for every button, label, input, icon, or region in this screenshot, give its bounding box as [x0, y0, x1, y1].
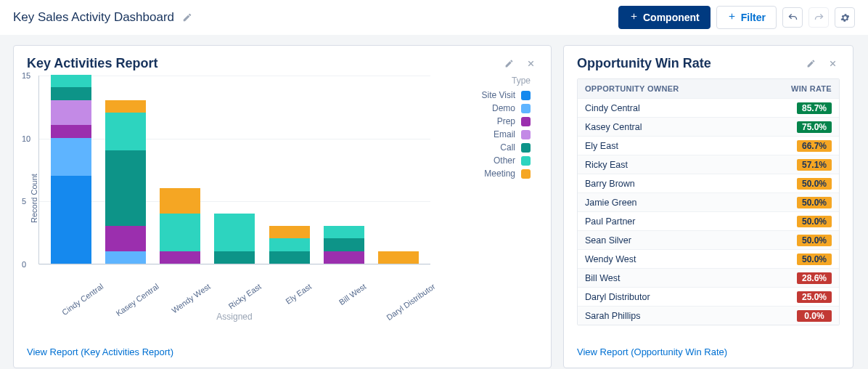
owner-cell: Wendy West [585, 254, 781, 264]
legend-label: Site Visit [482, 90, 515, 100]
table-row[interactable]: Cindy Central85.7% [578, 98, 839, 117]
gridline [39, 264, 430, 265]
stacked-bar[interactable] [324, 226, 364, 264]
rate-cell: 57.1% [781, 159, 832, 171]
owner-cell: Ely East [585, 141, 781, 151]
legend-item[interactable]: Prep [443, 116, 531, 126]
bar-segment-prep [324, 251, 364, 264]
gear-icon [840, 12, 851, 23]
edit-title-icon[interactable] [180, 10, 195, 25]
close-widget-icon[interactable] [825, 57, 840, 71]
key-activities-card: Key Activities Report Record Count 05101… [13, 45, 552, 368]
add-component-button[interactable]: Component [618, 6, 711, 29]
settings-button[interactable] [835, 7, 855, 28]
edit-widget-icon[interactable] [501, 57, 516, 71]
legend-swatch [521, 130, 531, 139]
bar-slot [98, 100, 152, 264]
rate-cell: 75.0% [781, 121, 832, 133]
close-widget-icon[interactable] [523, 57, 538, 71]
win-rate-badge: 75.0% [797, 121, 832, 133]
stacked-bar[interactable] [160, 188, 200, 264]
rate-cell: 25.0% [781, 291, 832, 303]
bar-segment-other [160, 214, 200, 251]
add-component-label: Component [643, 12, 700, 23]
bar-slot [153, 188, 208, 264]
view-report-link-activities[interactable]: View Report (Key Activities Report) [27, 346, 173, 357]
stacked-bar[interactable] [105, 100, 146, 264]
bar-segment-prep [160, 251, 200, 264]
table-row[interactable]: Sarah Phillips0.0% [578, 306, 839, 325]
table-row[interactable]: Bill West28.6% [578, 268, 839, 287]
add-filter-button[interactable]: Filter [716, 6, 777, 29]
redo-button[interactable] [808, 7, 829, 28]
owner-cell: Barry Brown [585, 179, 781, 189]
owner-cell: Sean Silver [585, 235, 781, 246]
dashboard-header: Key Sales Activity Dashboard Component F… [0, 0, 868, 35]
chart-legend: Type Site VisitDemoPrepEmailCallOtherMee… [443, 76, 531, 322]
win-rate-badge: 50.0% [797, 235, 832, 246]
bar-segment-meeting [160, 188, 200, 214]
bar-slot [208, 214, 262, 264]
rate-cell: 0.0% [781, 310, 832, 322]
owner-cell: Sarah Phillips [585, 311, 781, 321]
bar-segment-prep [105, 226, 146, 251]
view-report-link-winrate[interactable]: View Report (Opportunity Win Rate) [577, 346, 727, 357]
legend-swatch [521, 169, 531, 179]
win-rate-badge: 28.6% [797, 272, 832, 284]
win-rate-title: Opportunity Win Rate [577, 56, 711, 71]
redo-icon [814, 12, 824, 23]
legend-swatch [521, 156, 531, 166]
owner-cell: Cindy Central [585, 103, 781, 113]
win-rate-badge: 57.1% [797, 159, 832, 171]
legend-item[interactable]: Demo [443, 103, 531, 113]
plus-icon [727, 12, 737, 23]
legend-label: Meeting [484, 169, 515, 179]
win-rate-card: Opportunity Win Rate OPPORTUNITY OWNER W… [563, 45, 853, 368]
stacked-bar[interactable] [269, 226, 310, 264]
legend-item[interactable]: Email [443, 129, 531, 139]
legend-item[interactable]: Site Visit [443, 90, 531, 100]
add-filter-label: Filter [741, 12, 766, 23]
table-row[interactable]: Barry Brown50.0% [578, 174, 839, 192]
table-row[interactable]: Wendy West50.0% [578, 249, 839, 268]
rate-cell: 50.0% [781, 254, 832, 265]
legend-item[interactable]: Other [443, 155, 531, 166]
win-rate-badge: 50.0% [797, 178, 832, 190]
table-row[interactable]: Ely East66.7% [578, 136, 839, 155]
bar-segment-meeting [269, 226, 310, 238]
x-tick-label: Bill West [337, 282, 368, 307]
stacked-bar[interactable] [214, 214, 255, 264]
legend-item[interactable]: Call [443, 142, 531, 153]
table-row[interactable]: Ricky East57.1% [578, 155, 839, 174]
win-rate-badge: 50.0% [797, 254, 832, 265]
undo-icon [787, 12, 798, 23]
bar-segment-other [105, 113, 146, 150]
bar-segment-other [269, 238, 310, 251]
bar-slot [44, 75, 98, 264]
y-tick: 5 [22, 197, 26, 206]
owner-cell: Paul Partner [585, 216, 781, 227]
undo-button[interactable] [782, 7, 803, 28]
rate-cell: 85.7% [781, 102, 832, 114]
bar-slot [316, 226, 371, 264]
stacked-bar[interactable] [51, 75, 91, 264]
dashboard-toolbar: Component Filter [618, 6, 855, 29]
legend-item[interactable]: Meeting [443, 169, 531, 179]
bar-segment-prep [51, 125, 91, 137]
table-row[interactable]: Jamie Green50.0% [578, 192, 839, 211]
table-row[interactable]: Sean Silver50.0% [578, 230, 839, 249]
owner-cell: Bill West [585, 273, 781, 283]
stacked-bar[interactable] [378, 251, 419, 264]
x-axis-label: Assigned [38, 312, 430, 322]
table-row[interactable]: Kasey Central75.0% [578, 117, 839, 136]
table-row[interactable]: Daryl Distributor25.0% [578, 287, 839, 306]
bar-segment-other [324, 226, 364, 238]
legend-swatch [521, 104, 531, 113]
edit-widget-icon[interactable] [803, 57, 818, 71]
col-header-owner: OPPORTUNITY OWNER [585, 84, 781, 93]
table-row[interactable]: Paul Partner50.0% [578, 211, 839, 230]
plus-icon [629, 12, 639, 23]
owner-cell: Ricky East [585, 160, 781, 170]
rate-cell: 50.0% [781, 178, 832, 190]
win-rate-badge: 66.7% [797, 140, 832, 152]
